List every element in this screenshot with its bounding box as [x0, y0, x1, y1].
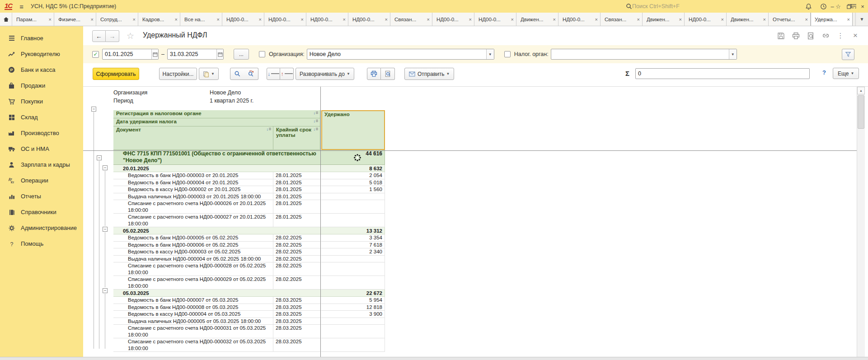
chevron-down-icon[interactable]: ▼ — [486, 49, 494, 59]
tab-0[interactable]: Парам...× — [12, 13, 54, 26]
document-row[interactable]: Списание с расчетного счета НД00-000031 … — [113, 325, 385, 338]
organization-combo[interactable]: Новое Дело ▼ — [307, 49, 494, 60]
document-row[interactable]: Ведомость в банк НД00-000007 от 05.03.20… — [113, 297, 385, 304]
document-cell[interactable]: Списание с расчетного счета НД00-000032 … — [113, 338, 273, 352]
deadline-cell[interactable]: 28.03.2025 — [273, 297, 320, 304]
deadline-cell[interactable]: 28.01.2025 — [273, 200, 320, 214]
column-header-deadline[interactable]: Крайний срок уплаты ↓ — [273, 126, 320, 150]
settings-button[interactable]: Настройки... — [159, 68, 197, 80]
deadline-cell[interactable]: 28.03.2025 — [273, 311, 320, 318]
scrollbar-thumb[interactable] — [858, 95, 864, 129]
tab-10[interactable]: НД00-0...× — [432, 13, 474, 26]
document-row[interactable]: Списание с расчетного счета НД00-000027 … — [113, 214, 385, 227]
calendar-icon[interactable] — [151, 49, 158, 59]
tab-6[interactable]: НД00-0...× — [264, 13, 306, 26]
collapse-groups-button[interactable]: ↓ — [267, 68, 280, 80]
tab-close-icon[interactable]: × — [595, 17, 598, 22]
add-favorite-star-icon[interactable]: ☆ — [127, 31, 134, 41]
document-cell[interactable]: Ведомость в банк НД00-000007 от 05.03.20… — [113, 297, 273, 304]
sidebar-item-rukovoditelyu[interactable]: Руководителю — [0, 46, 83, 62]
group-date[interactable]: 05.03.2025 — [113, 290, 320, 297]
tab-close-icon[interactable]: × — [385, 17, 388, 22]
document-row[interactable]: Ведомость в банк НД00-000004 от 20.01.20… — [113, 179, 385, 187]
close-window-icon[interactable]: × — [858, 2, 867, 11]
sidebar-item-pokupki[interactable]: Покупки — [0, 94, 83, 109]
column-header-registration[interactable]: Регистрация в налоговом органе ↓ — [113, 110, 320, 118]
close-report-icon[interactable]: × — [851, 31, 860, 40]
tab-close-icon[interactable]: × — [343, 17, 346, 22]
restore-icon[interactable] — [845, 2, 854, 11]
notifications-bell-icon[interactable] — [804, 2, 813, 11]
tab-close-icon[interactable]: × — [301, 17, 304, 22]
amount-cell[interactable] — [321, 256, 385, 263]
tab-close-icon[interactable]: × — [175, 17, 178, 22]
document-row[interactable]: Выдача наличных НД00-000004 от 05.02.202… — [113, 256, 385, 263]
filter-settings-button[interactable] — [842, 49, 854, 60]
column-header-date-withheld[interactable]: Дата удержания налога ↓ — [113, 118, 320, 126]
tab-close-icon[interactable]: × — [91, 17, 94, 22]
group-total[interactable]: 44 616 — [320, 150, 385, 165]
tab-close-icon[interactable]: × — [511, 17, 514, 22]
amount-cell[interactable]: 12 818 — [321, 304, 385, 311]
home-tab[interactable] — [0, 13, 12, 26]
freeze-pane-vertical-split[interactable] — [320, 87, 321, 357]
minimize-icon[interactable]: – — [828, 2, 837, 11]
tab-close-icon[interactable]: × — [721, 17, 724, 22]
tab-16[interactable]: НД00-0...× — [685, 13, 727, 26]
document-row[interactable]: Списание с расчетного счета НД00-000029 … — [113, 276, 385, 290]
period-variants-button[interactable]: ... — [234, 49, 249, 60]
tab-2[interactable]: Сотруд...× — [96, 13, 138, 26]
sidebar-item-operacii[interactable]: ДтКтОперации — [0, 173, 83, 188]
tab-close-icon[interactable]: × — [637, 17, 640, 22]
tab-18[interactable]: Отчеты...× — [769, 13, 811, 26]
sidebar-item-proizvodstvo[interactable]: Производство — [0, 125, 83, 141]
sidebar-item-bank-i-kassa[interactable]: РБанк и касса — [0, 62, 83, 78]
tab-13[interactable]: НД00-0...× — [558, 13, 601, 26]
global-search[interactable] — [626, 1, 775, 11]
tax-authority-combo[interactable]: ▼ — [551, 49, 737, 60]
group-row-date[interactable]: 20.01.20258 632 — [113, 165, 385, 172]
sidebar-item-sklad[interactable]: Склад — [0, 109, 83, 125]
deadline-cell[interactable]: 28.01.2025 — [273, 214, 320, 227]
calendar-icon[interactable] — [216, 49, 223, 59]
sort-icon[interactable]: ↓ — [314, 127, 319, 149]
document-cell[interactable]: Выдача наличных НД00-000005 от 05.03.202… — [113, 318, 273, 325]
document-cell[interactable]: Списание с расчетного счета НД00-000029 … — [113, 276, 273, 290]
document-row[interactable]: Ведомость в кассу НД00-000004 от 05.03.2… — [113, 311, 385, 318]
sidebar-item-pomosch[interactable]: ?Помощь — [0, 236, 83, 252]
document-cell[interactable]: Ведомость в кассу НД00-000003 от 05.02.2… — [113, 248, 273, 256]
deadline-cell[interactable]: 28.02.2025 — [273, 242, 320, 249]
expand-to-button[interactable]: Разворачивать до▼ — [296, 68, 354, 80]
date-to-field[interactable] — [167, 49, 224, 60]
column-header-withheld[interactable]: Удержано — [321, 110, 385, 150]
deadline-cell[interactable]: 28.01.2025 — [273, 193, 320, 201]
save-icon[interactable] — [776, 31, 785, 40]
tab-close-icon[interactable]: × — [763, 17, 766, 22]
find-button[interactable] — [230, 68, 244, 80]
document-row[interactable]: Ведомость в банк НД00-000008 от 05.03.20… — [113, 304, 385, 311]
tab-close-icon[interactable]: × — [679, 17, 682, 22]
amount-cell[interactable] — [321, 318, 385, 325]
deadline-cell[interactable]: 28.02.2025 — [273, 276, 320, 290]
print-icon[interactable] — [791, 31, 800, 40]
deadline-cell[interactable]: 28.03.2025 — [273, 304, 320, 311]
amount-cell[interactable] — [321, 193, 385, 201]
tab-overflow-icon[interactable]: ▼ — [855, 13, 868, 26]
deadline-cell[interactable]: 28.02.2025 — [273, 248, 320, 256]
amount-cell[interactable] — [321, 214, 385, 227]
forward-button[interactable]: → — [106, 30, 119, 42]
history-icon[interactable] — [819, 2, 828, 11]
document-row[interactable]: Списание с расчетного счета НД00-000026 … — [113, 200, 385, 214]
tab-15[interactable]: Движен...× — [643, 13, 685, 26]
sort-icon[interactable]: ↓ — [314, 111, 319, 117]
deadline-cell[interactable]: 28.01.2025 — [273, 179, 320, 187]
collapse-subgroup-icon[interactable]: − — [103, 165, 108, 170]
freeze-pane-horizontal-split[interactable] — [83, 150, 857, 151]
send-button[interactable]: Отправить▼ — [404, 68, 454, 80]
deadline-cell[interactable]: 28.02.2025 — [273, 262, 320, 276]
amount-cell[interactable] — [321, 338, 385, 352]
date-from-field[interactable] — [102, 49, 159, 60]
document-row[interactable]: Ведомость в кассу НД00-000003 от 05.02.2… — [113, 248, 385, 256]
tab-4[interactable]: Все на...× — [180, 13, 222, 26]
print-button[interactable] — [367, 68, 381, 80]
